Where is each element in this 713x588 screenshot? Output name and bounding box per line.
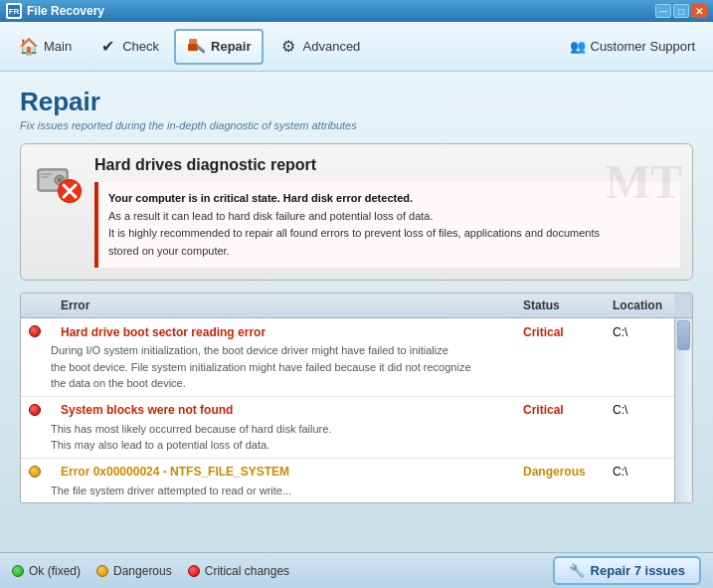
- tab-repair[interactable]: Repair: [174, 29, 263, 65]
- app-icon: FR: [6, 3, 22, 19]
- legend-dangerous: Dangerous: [96, 564, 172, 578]
- diagnostic-line-3: stored on your computer.: [108, 243, 670, 261]
- error-table-container: Error Status Location: [20, 293, 693, 503]
- legend-dangerous-label: Dangerous: [113, 564, 172, 578]
- scrollbar[interactable]: [674, 318, 692, 503]
- repair-btn-label: Repair 7 issues: [591, 563, 685, 578]
- check-icon: ✔: [97, 37, 117, 57]
- tab-advanced[interactable]: ⚙ Advanced: [267, 29, 372, 65]
- error-name-1: Hard drive boot sector reading error: [53, 318, 515, 343]
- tab-main[interactable]: 🏠 Main: [8, 29, 83, 65]
- col-header-scroll: [674, 294, 692, 318]
- legend-ok: Ok (fixed): [12, 564, 81, 578]
- table-row[interactable]: Error 0x00000024 - NTFS_FILE_SYSTEM Dang…: [21, 458, 692, 483]
- close-button[interactable]: ✕: [691, 4, 707, 18]
- diagnostic-card: Hard drives diagnostic report Your compu…: [20, 143, 693, 281]
- error-status-2: Critical: [515, 396, 605, 421]
- customer-support-label: Customer Support: [591, 39, 696, 54]
- dot-red: [188, 565, 200, 577]
- main-content: Repair Fix issues reported during the in…: [0, 72, 713, 552]
- tab-advanced-label: Advanced: [303, 39, 361, 54]
- error-dot-3: [21, 458, 53, 483]
- title-bar: FR File Recovery ─ □ ✕: [0, 0, 713, 22]
- svg-text:FR: FR: [9, 7, 20, 16]
- error-table-body: Hard drive boot sector reading error Cri…: [21, 318, 692, 503]
- minimize-button[interactable]: ─: [655, 4, 671, 18]
- tab-main-label: Main: [44, 39, 72, 54]
- legend-critical: Critical changes: [188, 564, 289, 578]
- error-name-3: Error 0x00000024 - NTFS_FILE_SYSTEM: [53, 458, 515, 483]
- error-desc-row-2: This has most likely occurred because of…: [21, 421, 692, 459]
- legend-ok-label: Ok (fixed): [29, 564, 81, 578]
- error-dot-1: [21, 318, 53, 343]
- tab-check-label: Check: [122, 39, 159, 54]
- table-row[interactable]: System blocks were not found Critical C:…: [21, 396, 692, 421]
- error-status-3: Dangerous: [515, 458, 605, 483]
- advanced-icon: ⚙: [278, 37, 298, 57]
- error-desc-2: This has most likely occurred because of…: [21, 421, 674, 459]
- error-status-1: Critical: [515, 318, 605, 343]
- error-dot-2: [21, 396, 53, 421]
- repair-icon: [186, 37, 206, 57]
- error-location-2: C:\: [605, 396, 674, 421]
- diagnostic-title: Hard drives diagnostic report: [94, 156, 680, 174]
- error-location-1: C:\: [605, 318, 674, 343]
- toolbar: 🏠 Main ✔ Check Repair ⚙ Advanced 👥 Custo…: [0, 22, 713, 72]
- window-controls[interactable]: ─ □ ✕: [655, 4, 707, 18]
- col-header-error-name: Error: [53, 294, 515, 318]
- page-subtitle: Fix issues reported during the in-depth …: [20, 119, 693, 131]
- table-row[interactable]: Hard drive boot sector reading error Cri…: [21, 318, 692, 343]
- customer-support-icon: 👥: [570, 39, 586, 54]
- maximize-button[interactable]: □: [673, 4, 689, 18]
- svg-line-4: [198, 47, 204, 52]
- diagnostic-line-2: It is highly recommended to repair all f…: [108, 225, 670, 243]
- col-header-location: Location: [605, 294, 674, 318]
- error-desc-row-3: The file system driver attempted to read…: [21, 483, 692, 503]
- status-bar: Ok (fixed) Dangerous Critical changes 🔧 …: [0, 552, 713, 588]
- error-desc-row-1: During I/O system initialization, the bo…: [21, 342, 692, 396]
- page-title: Repair: [20, 87, 693, 117]
- legend-critical-label: Critical changes: [205, 564, 289, 578]
- error-name-2: System blocks were not found: [53, 396, 515, 421]
- tab-check[interactable]: ✔ Check: [87, 29, 170, 65]
- dot-green: [12, 565, 24, 577]
- diagnostic-message: Your computer is in critical state. Hard…: [94, 182, 680, 268]
- svg-rect-9: [41, 173, 53, 175]
- svg-point-8: [58, 178, 62, 182]
- window-title: File Recovery: [27, 4, 650, 18]
- table-header-row: Error Status Location: [21, 294, 692, 318]
- repair-btn-icon: 🔧: [569, 563, 585, 578]
- diagnostic-content: Hard drives diagnostic report Your compu…: [94, 156, 680, 268]
- error-desc-1: During I/O system initialization, the bo…: [21, 342, 674, 396]
- diagnostic-line-1: As a result it can lead to hard disk fai…: [108, 208, 670, 226]
- svg-rect-10: [41, 176, 49, 178]
- error-table: Error Status Location: [21, 294, 692, 502]
- col-header-status: Status: [515, 294, 605, 318]
- error-location-3: C:\: [605, 458, 674, 483]
- tab-repair-label: Repair: [211, 39, 251, 54]
- svg-rect-3: [189, 39, 197, 44]
- error-desc-3: The file system driver attempted to read…: [21, 483, 674, 503]
- main-icon: 🏠: [19, 37, 39, 57]
- dot-orange: [96, 565, 108, 577]
- diagnostic-message-bold: Your computer is in critical state. Hard…: [108, 190, 670, 208]
- repair-issues-button[interactable]: 🔧 Repair 7 issues: [553, 556, 701, 585]
- diagnostic-icon: [33, 156, 83, 206]
- svg-rect-2: [188, 44, 198, 51]
- col-header-error: [21, 294, 53, 318]
- customer-support-button[interactable]: 👥 Customer Support: [560, 35, 706, 58]
